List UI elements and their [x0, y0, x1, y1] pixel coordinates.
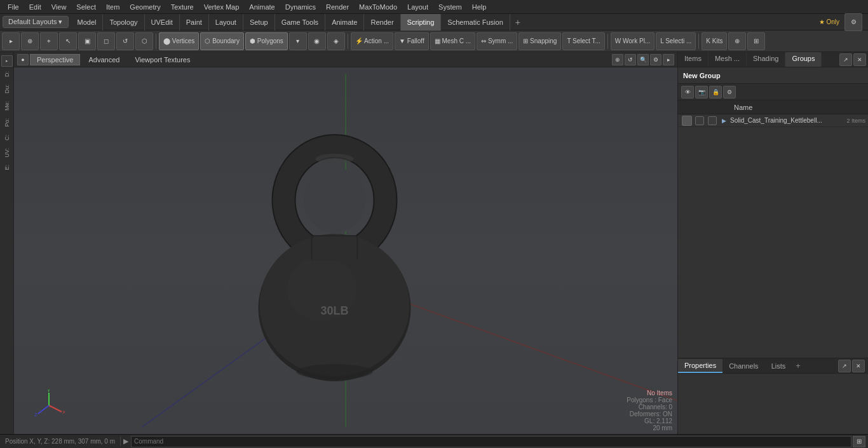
eye-icon[interactable]: [682, 116, 692, 126]
group-item-vis-cb2[interactable]: [706, 114, 719, 127]
tool-square[interactable]: ◻: [97, 32, 115, 50]
menu-maxtomodo[interactable]: MaxToModo: [354, 2, 402, 12]
command-input[interactable]: [131, 436, 851, 447]
tab-shading[interactable]: Shading: [747, 52, 785, 67]
props-expand-btn[interactable]: ↗: [838, 360, 851, 372]
btn-selection[interactable]: L Selecti ...: [656, 32, 696, 50]
btn-vertices[interactable]: ⬤ Vertices: [159, 32, 199, 50]
props-close-btn[interactable]: ✕: [852, 360, 865, 372]
viewport-btn-settings[interactable]: ⚙: [650, 54, 661, 65]
viewport-btn-expand[interactable]: ▸: [663, 54, 674, 65]
panel-close-btn[interactable]: ✕: [853, 53, 866, 66]
axis-indicator: X Y Z: [33, 390, 65, 421]
tool-transform[interactable]: ▸: [2, 32, 20, 50]
viewport-btn-reset[interactable]: ↺: [625, 54, 636, 65]
group-btn-settings[interactable]: ⚙: [723, 86, 736, 98]
checkbox-2[interactable]: [708, 116, 717, 125]
group-list-empty: [678, 236, 868, 358]
viewport-tab-advanced[interactable]: Advanced: [81, 54, 126, 65]
sidebar-label-dup[interactable]: D:: [2, 68, 12, 80]
group-item-vis-eye[interactable]: [681, 114, 693, 127]
btn-select-tool[interactable]: T Select T...: [562, 32, 604, 50]
sidebar-label-c[interactable]: C:: [2, 132, 12, 144]
props-tab-properties[interactable]: Properties: [678, 359, 722, 373]
btn-falloff[interactable]: ▼ Falloff: [395, 32, 429, 50]
viewport-menu-btn[interactable]: ●: [17, 54, 29, 65]
menu-vertex-map[interactable]: Vertex Map: [199, 2, 245, 12]
tool-rotate[interactable]: ↺: [116, 32, 134, 50]
menu-item[interactable]: Item: [101, 2, 125, 12]
menu-select[interactable]: Select: [71, 2, 101, 12]
tab-uvedit[interactable]: UVEdit: [145, 14, 180, 31]
sidebar-tool-1[interactable]: ▸: [1, 55, 13, 67]
menu-texture[interactable]: Texture: [166, 2, 199, 12]
btn-viewport-toggle1[interactable]: ◉: [308, 32, 326, 50]
tab-topology[interactable]: Topology: [103, 14, 144, 31]
tool-hex[interactable]: ⬡: [135, 32, 153, 50]
tab-layout[interactable]: Layout: [209, 14, 243, 31]
btn-add[interactable]: ⊕: [728, 32, 746, 50]
tab-scripting[interactable]: Scripting: [401, 14, 442, 31]
group-item-0[interactable]: ▶ Solid_Cast_Training_Kettlebell... 2 It…: [678, 114, 868, 127]
tab-items[interactable]: Items: [678, 52, 709, 67]
tab-paint[interactable]: Paint: [180, 14, 209, 31]
btn-kits[interactable]: K Kits: [702, 32, 727, 50]
menu-edit[interactable]: Edit: [24, 2, 46, 12]
sidebar-label-dup2[interactable]: Du:: [2, 81, 12, 97]
tab-render[interactable]: Render: [364, 14, 400, 31]
btn-symm[interactable]: ⇔ Symm ...: [477, 32, 517, 50]
viewport-tab-perspective[interactable]: Perspective: [30, 54, 80, 65]
group-btn-render[interactable]: 📷: [695, 86, 708, 98]
props-tab-lists[interactable]: Lists: [765, 360, 792, 372]
tab-animate[interactable]: Animate: [325, 14, 364, 31]
tab-model[interactable]: Model: [71, 14, 104, 31]
viewport-tab-textures[interactable]: Viewport Textures: [128, 54, 197, 65]
viewport-btn-zoom[interactable]: 🔍: [637, 54, 649, 65]
tool-select[interactable]: ↖: [59, 32, 77, 50]
props-tab-channels[interactable]: Channels: [722, 360, 764, 372]
tool-circle[interactable]: ⊕: [21, 32, 39, 50]
menu-animate[interactable]: Animate: [244, 2, 280, 12]
command-run-button[interactable]: ⊞: [853, 436, 865, 447]
tab-schematic-fusion[interactable]: Schematic Fusion: [441, 14, 510, 31]
menu-render[interactable]: Render: [321, 2, 354, 12]
add-layout-button[interactable]: +: [510, 15, 526, 30]
menu-view[interactable]: View: [46, 2, 72, 12]
tool-rect[interactable]: ▣: [78, 32, 96, 50]
menu-layout[interactable]: Layout: [402, 2, 433, 12]
tab-mesh[interactable]: Mesh ...: [709, 52, 747, 67]
btn-mesh[interactable]: ▦ Mesh C ...: [430, 32, 475, 50]
menu-system[interactable]: System: [433, 2, 467, 12]
btn-action[interactable]: ⚡ Action ...: [351, 32, 393, 50]
tab-game-tools[interactable]: Game Tools: [275, 14, 326, 31]
btn-polygons[interactable]: ⬢ Polygons: [245, 32, 288, 50]
viewport-btn-fit[interactable]: ⊕: [612, 54, 623, 65]
menu-geometry[interactable]: Geometry: [125, 2, 165, 12]
tool-crosshair[interactable]: ⌖: [40, 32, 58, 50]
menu-file[interactable]: File: [3, 2, 24, 12]
svg-line-28: [49, 405, 62, 412]
props-tab-add[interactable]: +: [792, 358, 804, 373]
panel-expand-btn[interactable]: ↗: [839, 53, 852, 66]
btn-viewport-toggle2[interactable]: ◈: [327, 32, 345, 50]
btn-grid[interactable]: ⊞: [747, 32, 765, 50]
tab-groups[interactable]: Groups: [785, 52, 822, 67]
menu-dynamics[interactable]: Dynamics: [280, 2, 321, 12]
btn-work-plane[interactable]: W Work Pl...: [611, 32, 654, 50]
default-layouts-dropdown[interactable]: Default Layouts ▾: [3, 16, 69, 28]
viewport-header: ● Perspective Advanced Viewport Textures…: [14, 52, 677, 67]
group-item-vis-cb1[interactable]: [693, 114, 706, 127]
sidebar-label-uv[interactable]: UV:: [2, 145, 12, 161]
btn-snapping[interactable]: ⊞ Snapping: [519, 32, 561, 50]
btn-mode-dropdown[interactable]: ▾: [289, 32, 307, 50]
sidebar-label-e[interactable]: E:: [2, 161, 12, 173]
btn-boundary[interactable]: ⬡ Boundary: [200, 32, 244, 50]
group-btn-lock[interactable]: 🔒: [709, 86, 722, 98]
tab-setup[interactable]: Setup: [243, 14, 275, 31]
sidebar-label-mesh[interactable]: Me:: [2, 98, 12, 114]
settings-icon[interactable]: ⚙: [844, 13, 862, 31]
group-btn-eye[interactable]: 👁: [681, 86, 694, 98]
sidebar-label-poly[interactable]: Po:: [2, 115, 12, 130]
menu-help[interactable]: Help: [467, 2, 492, 12]
checkbox-1[interactable]: [695, 116, 704, 125]
